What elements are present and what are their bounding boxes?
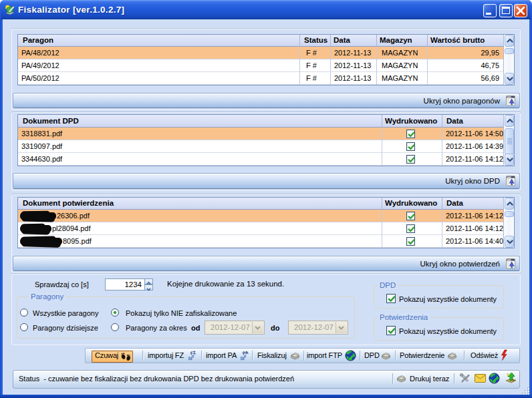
svg-text:PA: PA	[242, 350, 249, 356]
svg-text:FZ: FZ	[190, 350, 196, 356]
